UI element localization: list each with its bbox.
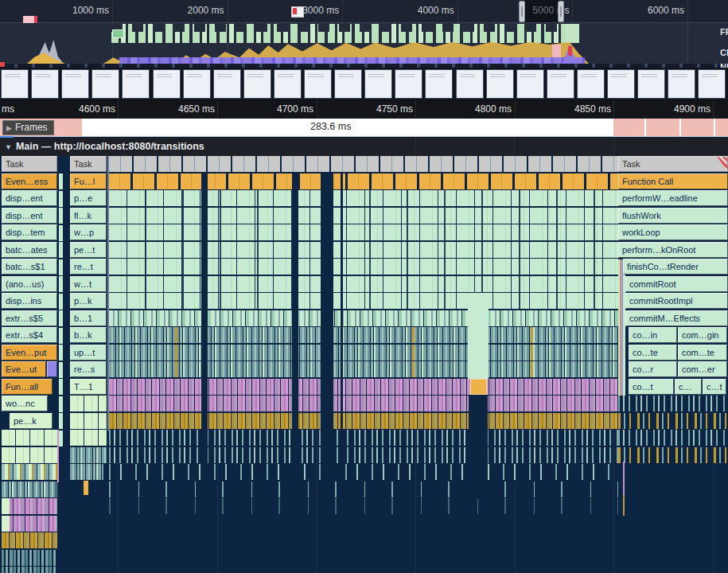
flame-bar[interactable]: co…in <box>629 327 677 343</box>
flame-bar[interactable]: fl…k <box>70 208 107 224</box>
flame-bar[interactable]: performW…eadline <box>618 190 728 206</box>
flame-bar[interactable]: p…k <box>70 293 107 309</box>
flame-bar[interactable]: c…t <box>703 379 726 395</box>
left-stack-texture[interactable] <box>2 464 57 480</box>
screenshot-thumbnail[interactable] <box>577 69 605 99</box>
flame-bar[interactable]: com…gin <box>678 327 727 343</box>
flame-bar[interactable]: (ano…us) <box>2 276 57 292</box>
flame-bar[interactable]: flushWork <box>618 208 728 224</box>
second-stack-texture[interactable] <box>70 413 107 429</box>
lane-js-frame[interactable] <box>109 208 618 224</box>
screenshot-thumbnail[interactable] <box>637 69 665 99</box>
flame-bar[interactable]: w…t <box>70 276 107 292</box>
right-stack-texture[interactable] <box>618 413 728 429</box>
wide-js-frame[interactable] <box>468 293 489 379</box>
left-stack-texture[interactable] <box>2 550 57 566</box>
wide-orange-frame[interactable] <box>470 379 487 395</box>
flame-bar[interactable]: extr…s$4 <box>2 327 57 343</box>
flame-bar[interactable]: batc…s$1 <box>2 259 57 275</box>
screenshot-thumbnail[interactable] <box>547 69 574 99</box>
flame-bar[interactable]: co…r <box>629 361 677 377</box>
flame-bar[interactable]: Eve…ut <box>2 361 46 377</box>
left-stack-texture[interactable] <box>2 430 57 446</box>
flame-bar[interactable]: c… <box>675 379 702 395</box>
lane-js-frame[interactable] <box>109 430 618 446</box>
flame-bar[interactable]: Function Call <box>618 173 728 189</box>
screenshot-thumbnail[interactable] <box>183 69 211 99</box>
flame-bar[interactable]: finishCo…tRender <box>623 259 728 275</box>
screenshot-thumbnail[interactable] <box>364 69 392 99</box>
screenshot-thumbnail[interactable] <box>516 69 544 99</box>
time-ruler[interactable]: ms4600 ms4650 ms4700 ms4750 ms4800 ms485… <box>0 100 728 119</box>
lane-js-frame[interactable] <box>109 396 618 411</box>
lane-js-frame[interactable] <box>109 361 618 377</box>
second-stack-texture[interactable] <box>70 464 103 480</box>
flame-bar[interactable]: Even…put <box>2 345 57 361</box>
screenshot-thumbnail[interactable] <box>153 69 181 99</box>
flame-bar[interactable]: re…s <box>70 361 107 377</box>
lane-js-frame[interactable] <box>109 293 618 309</box>
lane-task[interactable] <box>109 156 618 172</box>
left-stack-texture[interactable] <box>2 498 57 514</box>
screenshot-thumbnail[interactable] <box>31 69 59 99</box>
flame-bar[interactable]: disp…ent <box>2 208 57 224</box>
second-stack-texture[interactable] <box>70 430 107 446</box>
right-stack-texture[interactable] <box>618 430 728 446</box>
right-stack-texture[interactable] <box>618 396 728 411</box>
screenshot-thumbnail[interactable] <box>91 69 119 99</box>
flame-bar[interactable]: p…e <box>70 190 107 206</box>
frames-track-label[interactable]: ▶Frames <box>2 120 54 135</box>
flame-bar[interactable]: T…1 <box>70 379 107 395</box>
lane-js-frame[interactable] <box>109 276 618 292</box>
flame-bar[interactable] <box>47 361 57 377</box>
flame-bar[interactable]: commitRoot <box>625 276 728 292</box>
lane-js-frame[interactable] <box>109 310 618 326</box>
screenshot-thumbnail[interactable] <box>486 69 514 99</box>
dropped-frame-block[interactable] <box>680 119 714 136</box>
screenshot-thumbnail[interactable] <box>607 69 635 99</box>
screenshot-thumbnail[interactable] <box>61 69 89 99</box>
flame-bar[interactable]: disp…ins <box>2 293 57 309</box>
screenshot-thumbnail[interactable] <box>1 69 29 99</box>
main-track-header[interactable]: ▼Main — http://localhost:8080/transition… <box>0 138 728 156</box>
lane-function-call[interactable] <box>109 173 618 189</box>
left-stack-texture[interactable] <box>2 567 57 573</box>
screenshot-thumbnail[interactable] <box>122 69 150 99</box>
flame-bar[interactable]: com…te <box>678 345 727 361</box>
lane-js-frame[interactable] <box>109 327 618 343</box>
lane-js-frame[interactable] <box>109 242 618 258</box>
flame-bar[interactable]: b…k <box>70 327 107 343</box>
frames-track[interactable]: ▶Frames 283.6 ms <box>0 119 728 137</box>
flame-bar[interactable]: perform…kOnRoot <box>618 242 728 258</box>
lane-js-frame[interactable] <box>109 481 618 497</box>
selection-window-right-handle[interactable] <box>558 1 564 22</box>
lane-js-frame[interactable] <box>109 379 618 395</box>
dropped-frame-block[interactable] <box>714 119 728 136</box>
flame-bar[interactable]: w…p <box>70 224 107 240</box>
flame-bar[interactable]: batc…ates <box>2 242 57 258</box>
right-stack-texture[interactable] <box>618 447 728 463</box>
flame-bar[interactable]: wo…nc <box>2 396 48 411</box>
lane-js-frame[interactable] <box>109 345 618 361</box>
flame-bar[interactable]: commitRootImpl <box>625 293 728 309</box>
flame-bar[interactable]: pe…t <box>70 242 107 258</box>
selection-window-left-handle[interactable] <box>519 1 525 22</box>
lane-js-frame[interactable] <box>109 464 618 480</box>
screenshot-thumbnail[interactable] <box>304 69 332 99</box>
lane-js-frame[interactable] <box>109 259 618 275</box>
lane-js-frame[interactable] <box>109 413 618 429</box>
left-stack-texture[interactable] <box>2 516 57 532</box>
lane-js-frame[interactable] <box>109 224 618 240</box>
main-flame-chart[interactable]: TaskEven…essdisp…entdisp…entdisp…tembatc… <box>0 156 728 573</box>
screenshot-thumbnail[interactable] <box>425 69 453 99</box>
screenshot-thumbnail[interactable] <box>213 69 241 99</box>
flame-bar[interactable]: extr…s$5 <box>2 310 57 326</box>
screenshot-thumbnail[interactable] <box>274 69 302 99</box>
flame-bar[interactable]: commitM…Effects <box>625 310 728 326</box>
flame-bar[interactable]: workLoop <box>618 224 728 240</box>
left-stack-texture[interactable] <box>2 447 57 463</box>
timeline-overview[interactable]: 1000 ms2000 ms3000 ms4000 ms5000 ms6000 … <box>0 0 728 68</box>
flame-bar[interactable]: co…t <box>629 379 674 395</box>
second-stack-texture[interactable] <box>70 396 107 411</box>
dropped-frame-block[interactable] <box>613 119 644 136</box>
